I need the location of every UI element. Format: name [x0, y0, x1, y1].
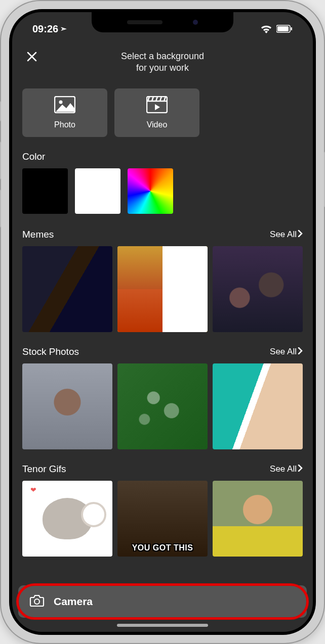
camera-icon [29, 594, 45, 610]
see-all-label: See All [270, 347, 297, 357]
color-swatch-black[interactable] [22, 168, 68, 214]
video-label: Video [147, 120, 168, 129]
page-title: Select a background for your work [121, 51, 204, 74]
close-button[interactable] [26, 50, 37, 66]
meme-thumb-1[interactable] [22, 246, 112, 332]
notch [92, 12, 233, 32]
color-swatch-white[interactable] [75, 168, 120, 214]
header: Select a background for your work [12, 41, 313, 88]
photo-button[interactable]: Photo [22, 88, 107, 137]
svg-point-4 [59, 100, 63, 104]
gif-caption: YOU GOT THIS [117, 543, 208, 553]
battery-icon [276, 25, 293, 33]
see-all-label: See All [270, 229, 297, 240]
svg-rect-1 [277, 26, 289, 31]
chevron-right-icon [298, 347, 303, 357]
video-button[interactable]: Video [114, 88, 199, 137]
meme-thumb-3[interactable] [213, 246, 303, 332]
stock-section-label: Stock Photos [22, 346, 79, 357]
gif-thumb-2[interactable]: YOU GOT THIS [117, 481, 208, 557]
stock-thumb-1[interactable] [22, 363, 112, 449]
tenor-section-label: Tenor Gifs [22, 464, 66, 475]
gif-thumb-3[interactable] [213, 481, 303, 557]
meme-thumb-2[interactable] [117, 246, 208, 332]
screen: 09:26 ➣ Select a background [12, 12, 313, 632]
volume-up-button [0, 142, 1, 179]
camera-bar-container: Camera [12, 581, 313, 632]
content-area: Photo Video Color Memes [12, 88, 313, 581]
camera-button[interactable]: Camera [18, 585, 307, 618]
svg-rect-2 [291, 27, 293, 30]
chevron-right-icon [298, 464, 303, 474]
volume-down-button [0, 190, 1, 227]
title-line-1: Select a background [121, 51, 204, 62]
title-line-2: for your work [121, 62, 204, 74]
photo-icon [54, 96, 75, 115]
chevron-right-icon [298, 229, 303, 240]
photo-label: Photo [54, 120, 75, 129]
gif-thumb-1[interactable] [22, 481, 112, 557]
color-swatch-custom[interactable] [128, 168, 173, 214]
tenor-see-all[interactable]: See All [270, 464, 303, 474]
stock-thumb-3[interactable] [213, 363, 303, 449]
see-all-label: See All [270, 464, 297, 474]
color-row [22, 168, 303, 214]
video-icon [146, 96, 168, 115]
svg-point-6 [34, 599, 39, 604]
stock-thumb-2[interactable] [117, 363, 208, 449]
phone-frame: 09:26 ➣ Select a background [0, 0, 325, 644]
stock-see-all[interactable]: See All [270, 347, 303, 357]
status-time: 09:26 [32, 23, 58, 35]
camera-label: Camera [54, 595, 93, 608]
memes-section-label: Memes [22, 229, 54, 240]
side-button [0, 101, 1, 121]
color-section-label: Color [22, 151, 303, 162]
wifi-icon [260, 24, 272, 33]
memes-see-all[interactable]: See All [270, 229, 303, 240]
location-arrow-icon: ➣ [60, 24, 67, 33]
home-indicator [117, 624, 208, 627]
